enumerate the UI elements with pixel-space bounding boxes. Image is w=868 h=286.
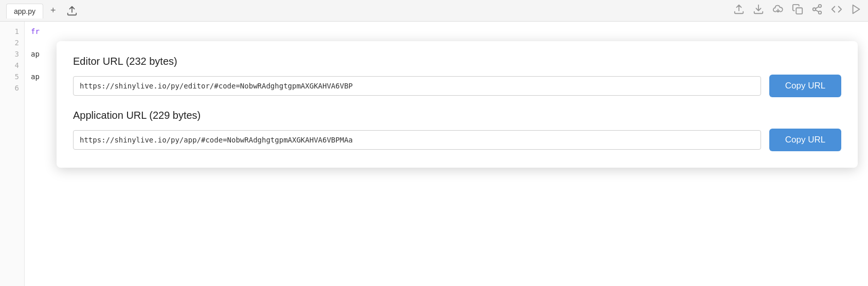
export-button[interactable] bbox=[63, 3, 81, 19]
run-toolbar-icon[interactable] bbox=[851, 4, 862, 17]
line-numbers: 1 2 3 4 5 6 bbox=[0, 22, 25, 286]
app-url-title: Application URL (229 bytes) bbox=[73, 110, 841, 121]
editor-url-title: Editor URL (232 bytes) bbox=[73, 56, 841, 67]
svg-marker-6 bbox=[853, 5, 860, 14]
code-line-1: fr bbox=[31, 26, 862, 37]
svg-point-1 bbox=[819, 5, 822, 8]
add-tab-button[interactable]: + bbox=[47, 3, 59, 18]
app-url-row: Copy URL bbox=[73, 129, 841, 151]
app-url-input[interactable] bbox=[73, 130, 761, 150]
svg-line-4 bbox=[816, 10, 819, 12]
svg-point-3 bbox=[819, 11, 822, 14]
line-number-5: 5 bbox=[0, 71, 19, 82]
editor-url-input[interactable] bbox=[73, 76, 761, 96]
upload-toolbar-icon[interactable] bbox=[733, 4, 745, 17]
copy-toolbar-icon[interactable] bbox=[792, 4, 803, 17]
line-number-2: 2 bbox=[0, 37, 19, 48]
svg-line-5 bbox=[816, 7, 819, 9]
svg-rect-0 bbox=[796, 8, 802, 14]
app-url-section: Application URL (229 bytes) Copy URL bbox=[73, 110, 841, 151]
cloud-download-icon[interactable] bbox=[772, 4, 784, 17]
line-number-6: 6 bbox=[0, 82, 19, 94]
tab-left: app.py + bbox=[6, 3, 81, 19]
share-toolbar-icon[interactable] bbox=[811, 4, 823, 17]
copy-app-url-button[interactable]: Copy URL bbox=[769, 129, 841, 151]
code-toolbar-icon[interactable] bbox=[831, 4, 842, 17]
svg-point-2 bbox=[813, 8, 816, 11]
download-toolbar-icon[interactable] bbox=[753, 4, 764, 17]
line-number-3: 3 bbox=[0, 48, 19, 60]
toolbar-right bbox=[733, 4, 862, 17]
editor-container: app.py + bbox=[0, 0, 868, 286]
tab-app-py[interactable]: app.py bbox=[6, 4, 43, 19]
tab-bar: app.py + bbox=[0, 0, 868, 22]
upload-icon bbox=[66, 5, 78, 16]
editor-url-section: Editor URL (232 bytes) Copy URL bbox=[73, 56, 841, 97]
line-number-4: 4 bbox=[0, 60, 19, 71]
copy-editor-url-button[interactable]: Copy URL bbox=[769, 75, 841, 97]
editor-url-row: Copy URL bbox=[73, 75, 841, 97]
line-number-1: 1 bbox=[0, 26, 19, 37]
url-popup: Editor URL (232 bytes) Copy URL Applicat… bbox=[57, 41, 858, 168]
